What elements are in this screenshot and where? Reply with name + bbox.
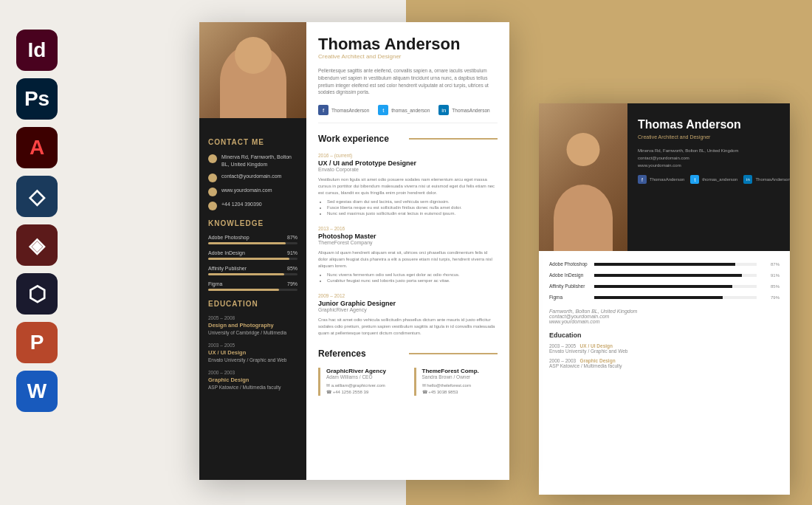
website-icon [208,188,217,196]
cv-sidebar: Contact me Minerva Rd, Farnworth, Bolton… [199,22,306,480]
social-facebook: f ThomasAnderson [318,105,369,115]
cv-bio-text: Pellentesque sagittis ante eleifend, con… [318,67,498,96]
skill-affinity: Affinity Publisher 85% [208,266,297,275]
back-contact-info: Farnworth, Bolton BL, United Kingdom con… [549,309,780,324]
cv-document-main: Contact me Minerva Rd, Farnworth, Bolton… [199,22,509,480]
cv-back-title: Creative Architect and Designer [638,134,790,140]
skill-indesign: Adobe InDesign 91% [208,250,297,260]
cv-main-content: Thomas Anderson Creative Architect and D… [306,22,509,480]
social-twitter: t thomas_anderson [378,105,430,115]
cv-person-title: Creative Architect and Designer [318,53,498,60]
social-links: f ThomasAnderson t thomas_anderson in Th… [318,105,498,123]
work-item-1: 2016 – (current) UX / UI and Prototype D… [318,153,498,216]
cv-back-person-photo [539,103,627,251]
back-social-linkedin: in ThomasAnderson [743,175,790,184]
acrobat-icon[interactable]: A [16,127,58,168]
back-social-twitter: t thomas_anderson [690,175,737,184]
contact-address: Minerva Rd, Farnworth, Bolton BL, United… [208,154,297,168]
address-icon [208,154,217,163]
affinity-photo-icon[interactable]: ◈ [16,224,58,266]
cv-back-social: f ThomasAnderson t thomas_anderson in Th… [638,175,790,184]
back-linkedin-icon: in [743,175,752,184]
linkedin-icon: in [438,105,449,115]
contact-website: www.yourdomain.com [208,187,297,196]
knowledge-section-title: Knowledge [208,219,297,227]
skill-photoshop: Adobe Photoshop 87% [208,235,297,244]
contact-phone: +44 1204 390390 [208,201,297,210]
address-text: Minerva Rd, Farnworth, Bolton BL, United… [221,154,297,168]
work-item-3: 2009 – 2012 Junior Graphic Designer Grap… [318,293,498,337]
work-item-2: 2013 – 2016 Photoshop Master ThemeForest… [318,226,498,283]
skill-figma: Figma 79% [208,281,297,291]
affinity-designer-icon[interactable]: ◇ [16,176,58,217]
references-title: References [318,348,498,359]
work-experience-title: Work experience [318,134,498,144]
indesign-icon[interactable]: Id [16,30,58,71]
cv-photo [199,22,306,118]
edu-ux: 2003 – 2005 UX / UI Design Envato Univer… [208,343,297,363]
website-text: www.yourdomain.com [221,187,272,194]
back-social-facebook: f ThomasAnderson [638,175,684,184]
app-icons-panel: Id Ps A ◇ ◈ ⬡ P W [16,30,58,412]
cv-sidebar-content: Contact me Minerva Rd, Farnworth, Bolton… [199,118,306,408]
education-section-title: Education [208,300,297,308]
cv-back-header: Thomas Anderson Creative Architect and D… [539,103,790,251]
back-twitter-icon: t [690,175,699,184]
edu-graphic: 2000 – 2003 Graphic Design ASP Katowice … [208,370,297,390]
facebook-icon: f [318,105,328,115]
cv-back-skills: Adobe Photoshop 87% Adobe InDesign 91% A… [539,251,790,379]
social-linkedin: in ThomasAnderson [438,105,489,115]
word-icon[interactable]: W [16,371,58,412]
back-edu-2: 2000 – 2003 Graphic DesignASP Katowice /… [549,358,780,368]
back-edu-1: 2003 – 2005 UX / UI DesignEnvato Univers… [549,343,780,354]
cv-document-back: Thomas Anderson Creative Architect and D… [539,103,790,495]
cv-person-name: Thomas Anderson [318,35,498,53]
figma-icon[interactable]: ⬡ [16,273,58,315]
person-image [199,22,306,118]
cv-back-person-info: Thomas Anderson Creative Architect and D… [627,103,790,251]
contact-section-title: Contact me [208,138,297,146]
contact-email: contact@yourdomain.com [208,173,297,182]
twitter-icon: t [378,105,388,115]
reference-2: ThemeForest Comp. Sandra Brown / Owner ✉… [414,368,498,396]
reference-1: GraphicRiver Agency Adam Williams / CEO … [318,368,402,396]
edu-photography: 2005 – 2008 Design and Photography Unive… [208,315,297,335]
email-text: contact@yourdomain.com [221,173,281,180]
powerpoint-icon[interactable]: P [16,322,58,363]
references-section: References GraphicRiver Agency Adam Will… [318,348,498,396]
photoshop-icon[interactable]: Ps [16,78,58,120]
phone-text: +44 1204 390390 [221,201,262,208]
back-facebook-icon: f [638,175,647,184]
cv-back-name: Thomas Anderson [638,118,790,131]
phone-icon [208,202,217,210]
back-edu-title: Education [549,331,780,339]
references-grid: GraphicRiver Agency Adam Williams / CEO … [318,368,498,396]
email-icon [208,174,217,182]
